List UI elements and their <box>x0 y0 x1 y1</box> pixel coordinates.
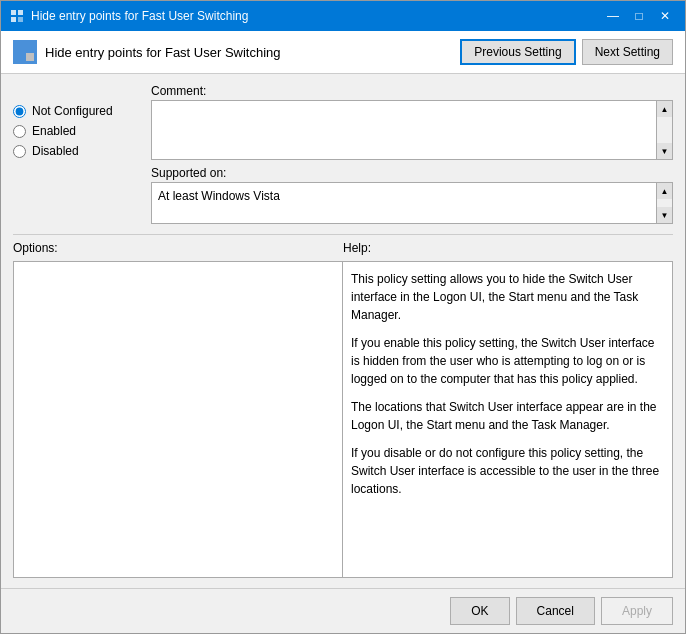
main-window: Hide entry points for Fast User Switchin… <box>0 0 686 634</box>
navigation-buttons: Previous Setting Next Setting <box>460 39 673 65</box>
radio-group: Not Configured Enabled Disabled <box>13 84 143 224</box>
svg-rect-5 <box>26 43 34 51</box>
maximize-button[interactable]: □ <box>627 6 651 26</box>
content-area: Not Configured Enabled Disabled Comment: <box>1 74 685 588</box>
next-setting-button[interactable]: Next Setting <box>582 39 673 65</box>
comment-textarea-wrapper: ▲ ▼ <box>151 100 673 160</box>
window-icon <box>9 8 25 24</box>
footer: OK Cancel Apply <box>1 588 685 633</box>
comment-scroll-down[interactable]: ▼ <box>657 143 672 159</box>
supported-on-value: At least Windows Vista <box>151 182 657 224</box>
enabled-label: Enabled <box>32 124 76 138</box>
top-section: Not Configured Enabled Disabled Comment: <box>13 84 673 224</box>
not-configured-option[interactable]: Not Configured <box>13 104 143 118</box>
not-configured-label: Not Configured <box>32 104 113 118</box>
disabled-radio[interactable] <box>13 145 26 158</box>
svg-rect-1 <box>18 10 23 15</box>
svg-rect-4 <box>16 43 24 51</box>
options-panel[interactable] <box>14 262 343 577</box>
options-section-label: Options: <box>13 241 343 255</box>
header-icon <box>13 40 37 64</box>
right-fields: Comment: ▲ ▼ Supported on: At least Wind… <box>151 84 673 224</box>
svg-rect-7 <box>26 53 34 61</box>
dialog-title: Hide entry points for Fast User Switchin… <box>45 45 460 60</box>
help-paragraph-4: If you disable or do not configure this … <box>351 444 664 498</box>
supported-on-label: Supported on: <box>151 166 673 180</box>
title-bar-controls: — □ ✕ <box>601 6 677 26</box>
cancel-button[interactable]: Cancel <box>516 597 595 625</box>
svg-rect-3 <box>18 17 23 22</box>
comment-scroll-up[interactable]: ▲ <box>657 101 672 117</box>
comment-textarea[interactable] <box>151 100 657 160</box>
enabled-radio[interactable] <box>13 125 26 138</box>
not-configured-radio[interactable] <box>13 105 26 118</box>
disabled-option[interactable]: Disabled <box>13 144 143 158</box>
enabled-option[interactable]: Enabled <box>13 124 143 138</box>
bottom-panels: This policy setting allows you to hide t… <box>13 261 673 578</box>
header-bar: Hide entry points for Fast User Switchin… <box>1 31 685 74</box>
window-title: Hide entry points for Fast User Switchin… <box>31 9 601 23</box>
help-panel: This policy setting allows you to hide t… <box>343 262 672 577</box>
comment-label: Comment: <box>151 84 673 98</box>
title-bar: Hide entry points for Fast User Switchin… <box>1 1 685 31</box>
close-button[interactable]: ✕ <box>653 6 677 26</box>
svg-rect-6 <box>16 53 24 61</box>
previous-setting-button[interactable]: Previous Setting <box>460 39 575 65</box>
ok-button[interactable]: OK <box>450 597 509 625</box>
comment-field-row: Comment: ▲ ▼ <box>151 84 673 160</box>
panel-labels: Options: Help: <box>13 241 673 255</box>
supported-on-box-wrapper: At least Windows Vista ▲ ▼ <box>151 182 673 224</box>
supported-scroll-up[interactable]: ▲ <box>657 183 672 199</box>
supported-on-field-row: Supported on: At least Windows Vista ▲ ▼ <box>151 166 673 224</box>
help-section-label: Help: <box>343 241 673 255</box>
comment-scroll-track <box>657 117 672 143</box>
minimize-button[interactable]: — <box>601 6 625 26</box>
help-paragraph-1: This policy setting allows you to hide t… <box>351 270 664 324</box>
supported-scroll-track <box>657 199 672 207</box>
help-paragraph-3: The locations that Switch User interface… <box>351 398 664 434</box>
svg-rect-0 <box>11 10 16 15</box>
disabled-label: Disabled <box>32 144 79 158</box>
comment-scrollbar: ▲ ▼ <box>657 100 673 160</box>
help-paragraph-2: If you enable this policy setting, the S… <box>351 334 664 388</box>
apply-button[interactable]: Apply <box>601 597 673 625</box>
section-divider <box>13 234 673 235</box>
supported-scrollbar: ▲ ▼ <box>657 182 673 224</box>
supported-scroll-down[interactable]: ▼ <box>657 207 672 223</box>
svg-rect-2 <box>11 17 16 22</box>
